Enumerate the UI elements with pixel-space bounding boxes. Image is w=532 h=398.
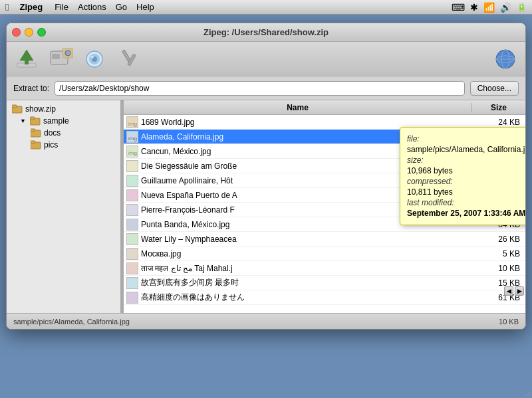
svg-rect-22 <box>31 129 35 132</box>
size-column-header[interactable]: Size <box>472 103 525 112</box>
main-window: Zipeg: /Users/Shared/show.zip <box>6 23 526 330</box>
folder-icon <box>31 128 41 138</box>
svg-rect-33 <box>127 190 138 201</box>
sidebar-item-label: docs <box>44 128 61 138</box>
preview-toolbar-icon[interactable] <box>84 47 108 71</box>
file-row[interactable]: 高精細度の画像はありません 61 KB <box>124 290 525 305</box>
file-thumbnail <box>126 160 138 172</box>
file-row[interactable]: 故宫到底有多少间房 最多时 15 KB <box>124 276 525 290</box>
tooltip-modified-value: September 25, 2007 1:33:46 AM PDT <box>407 209 525 218</box>
status-size: 10 KB <box>499 318 519 326</box>
maximize-button[interactable] <box>37 28 46 37</box>
svg-rect-20 <box>30 117 35 120</box>
sidebar-item-showzip[interactable]: show.zip <box>7 103 120 115</box>
battery-icon: 🔋 <box>517 3 527 12</box>
svg-rect-2 <box>25 59 29 64</box>
window-title: Zipeg: /Users/Shared/show.zip <box>203 27 329 37</box>
svg-rect-38 <box>127 263 138 274</box>
status-bar: sample/pics/Alameda, California.jpg 10 K… <box>7 313 525 329</box>
tooltip-label-compressed: compressed: <box>407 177 453 186</box>
sidebar-item-label: sample <box>43 116 69 126</box>
scroll-right-button[interactable]: ▶ <box>515 286 524 296</box>
file-thumbnail <box>126 262 138 274</box>
file-thumbnail <box>126 277 138 289</box>
add-toolbar-icon[interactable] <box>49 47 73 71</box>
extract-icon <box>15 47 39 71</box>
tools-icon <box>118 47 142 71</box>
file-thumbnail <box>126 204 138 216</box>
tooltip-value-file: sample/pics/Alameda, California.jpg <box>407 145 525 154</box>
svg-text:img: img <box>128 136 137 142</box>
file-row[interactable]: Water Lily – Nymphaeacea 26 KB <box>124 232 525 247</box>
file-list-header: Name Size <box>124 100 525 115</box>
file-list: Name Size img 1689 World.jpg 24 KB img A… <box>124 100 525 313</box>
status-path: sample/pics/Alameda, California.jpg <box>13 318 130 326</box>
go-menu[interactable]: Go <box>116 2 127 12</box>
tooltip-value-compressed: 10,811 bytes <box>407 187 453 197</box>
name-column-header[interactable]: Name <box>124 103 472 112</box>
toolbar <box>7 42 525 76</box>
svg-rect-31 <box>127 161 138 172</box>
minimize-button[interactable] <box>25 28 33 37</box>
svg-rect-39 <box>127 278 138 289</box>
globe-icon <box>493 47 517 71</box>
globe-toolbar-icon[interactable] <box>493 47 517 71</box>
volume-icon: 🔊 <box>500 2 511 13</box>
extract-bar: Extract to: Choose... <box>7 76 525 100</box>
help-menu[interactable]: Help <box>136 2 154 12</box>
tooltip-file-value: sample/pics/Alameda, California.jpg <box>407 145 525 154</box>
tooltip-size-value: 10,968 bytes <box>407 166 525 175</box>
svg-point-5 <box>65 50 70 56</box>
file-icon <box>12 104 23 114</box>
preview-icon <box>84 47 108 71</box>
app-name-menu[interactable]: Zipeg <box>19 2 43 12</box>
close-button[interactable] <box>12 28 21 37</box>
file-info-tooltip: file: sample/pics/Alameda, California.jp… <box>400 127 525 225</box>
file-thumbnail <box>126 233 138 245</box>
choose-button[interactable]: Choose... <box>470 81 519 96</box>
extract-toolbar-icon[interactable] <box>15 47 39 71</box>
tooltip-compressed-value: 10,811 bytes <box>407 187 525 197</box>
svg-rect-24 <box>31 141 35 144</box>
title-bar: Zipeg: /Users/Shared/show.zip <box>7 23 525 42</box>
tooltip-label-modified: last modified: <box>407 198 454 207</box>
svg-rect-35 <box>127 219 138 231</box>
file-row[interactable]: Москва.jpg 5 KB <box>124 247 525 261</box>
file-row[interactable]: ताज महल مح تاج Taj Mahal.j 10 KB <box>124 261 525 276</box>
svg-point-10 <box>91 56 94 58</box>
main-content: show.zip ▼ sample docs <box>7 100 525 313</box>
file-thumbnail <box>126 189 138 201</box>
svg-rect-34 <box>127 205 138 216</box>
scroll-arrows: ◀ ▶ <box>503 285 525 297</box>
file-menu[interactable]: File <box>55 2 68 12</box>
extract-path-input[interactable] <box>55 81 465 96</box>
tools-toolbar-icon[interactable] <box>118 47 142 71</box>
svg-rect-11 <box>122 50 130 62</box>
file-thumbnail <box>126 292 138 304</box>
disclosure-arrow: ▼ <box>20 118 26 124</box>
svg-marker-1 <box>20 50 33 60</box>
sidebar-item-pics[interactable]: pics <box>7 139 120 151</box>
folder-icon <box>31 140 41 149</box>
file-thumbnail <box>126 175 138 187</box>
svg-rect-18 <box>12 105 17 108</box>
file-tree-sidebar: show.zip ▼ sample docs <box>7 100 121 313</box>
sidebar-item-docs[interactable]: docs <box>7 127 120 139</box>
actions-menu[interactable]: Actions <box>78 2 106 12</box>
sidebar-item-label: pics <box>44 140 58 149</box>
file-name: Москва.jpg <box>141 249 472 258</box>
file-size: 24 KB <box>472 118 525 127</box>
tooltip-compressed-label: compressed: <box>407 177 525 186</box>
file-name: ताज महल مح تاج Taj Mahal.j <box>141 264 472 273</box>
bluetooth-icon: ✱ <box>470 2 478 13</box>
file-thumbnail: img <box>126 146 138 157</box>
apple-menu-icon[interactable]:  <box>5 1 9 13</box>
keyboard-icon: ⌨ <box>452 2 465 13</box>
svg-text:img: img <box>128 150 137 156</box>
svg-rect-36 <box>127 234 138 245</box>
sidebar-item-sample[interactable]: ▼ sample <box>7 115 120 127</box>
sidebar-item-label: show.zip <box>25 104 56 114</box>
scroll-left-button[interactable]: ◀ <box>504 286 513 296</box>
file-thumbnail <box>126 248 138 260</box>
file-thumbnail: img <box>126 131 138 143</box>
